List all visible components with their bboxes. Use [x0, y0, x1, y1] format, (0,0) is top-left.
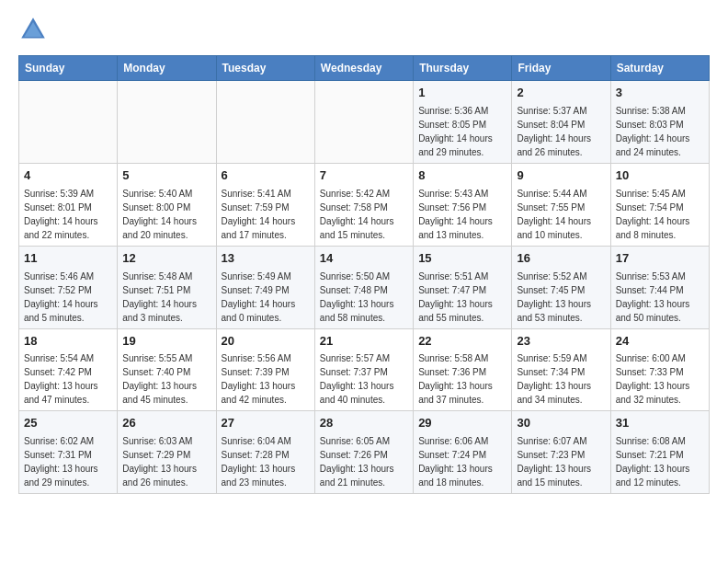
calendar-cell: 31Sunrise: 6:08 AM Sunset: 7:21 PM Dayli…	[610, 411, 709, 494]
calendar-cell: 26Sunrise: 6:03 AM Sunset: 7:29 PM Dayli…	[118, 411, 216, 494]
calendar-cell: 22Sunrise: 5:58 AM Sunset: 7:36 PM Dayli…	[414, 328, 512, 411]
calendar-cell: 8Sunrise: 5:43 AM Sunset: 7:56 PM Daylig…	[414, 163, 512, 246]
calendar-cell: 16Sunrise: 5:52 AM Sunset: 7:45 PM Dayli…	[512, 246, 610, 328]
day-info: Sunrise: 5:51 AM Sunset: 7:47 PM Dayligh…	[418, 270, 506, 325]
day-info: Sunrise: 5:49 AM Sunset: 7:49 PM Dayligh…	[222, 270, 310, 325]
calendar-cell: 19Sunrise: 5:55 AM Sunset: 7:40 PM Dayli…	[118, 328, 216, 411]
day-number: 25	[24, 415, 112, 432]
day-info: Sunrise: 5:44 AM Sunset: 7:55 PM Dayligh…	[517, 187, 605, 242]
logo	[18, 15, 51, 44]
day-info: Sunrise: 5:57 AM Sunset: 7:37 PM Dayligh…	[320, 351, 408, 407]
day-number: 16	[517, 250, 605, 268]
day-number: 30	[517, 415, 605, 432]
day-number: 20	[222, 333, 310, 350]
day-info: Sunrise: 5:43 AM Sunset: 7:56 PM Dayligh…	[418, 187, 506, 242]
calendar-cell: 12Sunrise: 5:48 AM Sunset: 7:51 PM Dayli…	[118, 246, 216, 328]
calendar-week-row: 25Sunrise: 6:02 AM Sunset: 7:31 PM Dayli…	[19, 411, 710, 494]
day-number: 8	[418, 167, 506, 185]
calendar-week-row: 11Sunrise: 5:46 AM Sunset: 7:52 PM Dayli…	[19, 246, 710, 328]
calendar-cell: 17Sunrise: 5:53 AM Sunset: 7:44 PM Dayli…	[610, 246, 709, 328]
day-info: Sunrise: 5:56 AM Sunset: 7:39 PM Dayligh…	[222, 351, 310, 407]
day-number: 15	[418, 250, 506, 268]
day-info: Sunrise: 6:00 AM Sunset: 7:33 PM Dayligh…	[616, 351, 704, 407]
day-info: Sunrise: 5:54 AM Sunset: 7:42 PM Dayligh…	[24, 351, 112, 407]
day-info: Sunrise: 5:45 AM Sunset: 7:54 PM Dayligh…	[616, 187, 704, 242]
calendar-cell: 25Sunrise: 6:02 AM Sunset: 7:31 PM Dayli…	[19, 411, 118, 494]
day-number: 19	[122, 333, 210, 350]
day-info: Sunrise: 5:48 AM Sunset: 7:51 PM Dayligh…	[122, 270, 210, 325]
calendar-cell	[19, 81, 118, 164]
calendar-cell: 11Sunrise: 5:46 AM Sunset: 7:52 PM Dayli…	[19, 246, 118, 328]
day-number: 22	[418, 333, 506, 350]
day-info: Sunrise: 6:03 AM Sunset: 7:29 PM Dayligh…	[122, 434, 210, 489]
day-number: 6	[222, 167, 310, 185]
calendar-table: SundayMondayTuesdayWednesdayThursdayFrid…	[18, 55, 710, 494]
day-info: Sunrise: 5:39 AM Sunset: 8:01 PM Dayligh…	[24, 187, 112, 242]
weekday-header: Wednesday	[314, 56, 413, 81]
calendar-cell: 14Sunrise: 5:50 AM Sunset: 7:48 PM Dayli…	[314, 246, 413, 328]
calendar-week-row: 4Sunrise: 5:39 AM Sunset: 8:01 PM Daylig…	[19, 163, 710, 246]
day-number: 14	[320, 250, 408, 268]
calendar-cell: 30Sunrise: 6:07 AM Sunset: 7:23 PM Dayli…	[512, 411, 610, 494]
day-number: 23	[517, 333, 605, 350]
day-info: Sunrise: 5:38 AM Sunset: 8:03 PM Dayligh…	[616, 104, 704, 159]
day-number: 26	[122, 415, 210, 432]
weekday-header-row: SundayMondayTuesdayWednesdayThursdayFrid…	[19, 56, 710, 81]
day-info: Sunrise: 5:40 AM Sunset: 8:00 PM Dayligh…	[122, 187, 210, 242]
weekday-header: Thursday	[414, 56, 512, 81]
day-info: Sunrise: 6:08 AM Sunset: 7:21 PM Dayligh…	[616, 434, 704, 489]
day-number: 21	[320, 333, 408, 350]
calendar-cell: 23Sunrise: 5:59 AM Sunset: 7:34 PM Dayli…	[512, 328, 610, 411]
day-number: 4	[24, 167, 112, 185]
calendar-cell: 24Sunrise: 6:00 AM Sunset: 7:33 PM Dayli…	[610, 328, 709, 411]
calendar-week-row: 18Sunrise: 5:54 AM Sunset: 7:42 PM Dayli…	[19, 328, 710, 411]
calendar-cell: 1Sunrise: 5:36 AM Sunset: 8:05 PM Daylig…	[414, 81, 512, 164]
calendar-cell: 7Sunrise: 5:42 AM Sunset: 7:58 PM Daylig…	[314, 163, 413, 246]
calendar-cell: 29Sunrise: 6:06 AM Sunset: 7:24 PM Dayli…	[414, 411, 512, 494]
day-number: 24	[616, 333, 704, 350]
day-info: Sunrise: 5:36 AM Sunset: 8:05 PM Dayligh…	[418, 104, 506, 159]
weekday-header: Sunday	[19, 56, 118, 81]
day-number: 18	[24, 333, 112, 350]
logo-icon	[18, 15, 48, 44]
calendar-cell: 9Sunrise: 5:44 AM Sunset: 7:55 PM Daylig…	[512, 163, 610, 246]
day-number: 27	[222, 415, 310, 432]
calendar-cell: 5Sunrise: 5:40 AM Sunset: 8:00 PM Daylig…	[118, 163, 216, 246]
weekday-header: Tuesday	[216, 56, 314, 81]
day-info: Sunrise: 5:53 AM Sunset: 7:44 PM Dayligh…	[616, 270, 704, 325]
page-header	[18, 15, 710, 44]
day-info: Sunrise: 5:46 AM Sunset: 7:52 PM Dayligh…	[24, 270, 112, 325]
calendar-cell: 28Sunrise: 6:05 AM Sunset: 7:26 PM Dayli…	[314, 411, 413, 494]
day-number: 5	[122, 167, 210, 185]
calendar-cell: 21Sunrise: 5:57 AM Sunset: 7:37 PM Dayli…	[314, 328, 413, 411]
calendar-cell	[118, 81, 216, 164]
day-info: Sunrise: 5:37 AM Sunset: 8:04 PM Dayligh…	[517, 104, 605, 159]
day-number: 1	[418, 85, 506, 102]
day-number: 28	[320, 415, 408, 432]
day-info: Sunrise: 5:52 AM Sunset: 7:45 PM Dayligh…	[517, 270, 605, 325]
calendar-cell: 27Sunrise: 6:04 AM Sunset: 7:28 PM Dayli…	[216, 411, 314, 494]
calendar-cell: 3Sunrise: 5:38 AM Sunset: 8:03 PM Daylig…	[610, 81, 709, 164]
day-info: Sunrise: 5:55 AM Sunset: 7:40 PM Dayligh…	[122, 351, 210, 407]
day-number: 3	[616, 85, 704, 102]
weekday-header: Friday	[512, 56, 610, 81]
day-number: 7	[320, 167, 408, 185]
calendar-week-row: 1Sunrise: 5:36 AM Sunset: 8:05 PM Daylig…	[19, 81, 710, 164]
day-number: 11	[24, 250, 112, 268]
day-info: Sunrise: 5:50 AM Sunset: 7:48 PM Dayligh…	[320, 270, 408, 325]
day-number: 2	[517, 85, 605, 102]
weekday-header: Saturday	[610, 56, 709, 81]
day-number: 9	[517, 167, 605, 185]
calendar-cell: 10Sunrise: 5:45 AM Sunset: 7:54 PM Dayli…	[610, 163, 709, 246]
calendar-cell: 15Sunrise: 5:51 AM Sunset: 7:47 PM Dayli…	[414, 246, 512, 328]
day-info: Sunrise: 5:41 AM Sunset: 7:59 PM Dayligh…	[222, 187, 310, 242]
calendar-cell	[314, 81, 413, 164]
day-info: Sunrise: 5:59 AM Sunset: 7:34 PM Dayligh…	[517, 351, 605, 407]
calendar-cell	[216, 81, 314, 164]
day-info: Sunrise: 5:42 AM Sunset: 7:58 PM Dayligh…	[320, 187, 408, 242]
calendar-cell: 13Sunrise: 5:49 AM Sunset: 7:49 PM Dayli…	[216, 246, 314, 328]
day-info: Sunrise: 6:07 AM Sunset: 7:23 PM Dayligh…	[517, 434, 605, 489]
day-number: 10	[616, 167, 704, 185]
day-info: Sunrise: 6:06 AM Sunset: 7:24 PM Dayligh…	[418, 434, 506, 489]
weekday-header: Monday	[118, 56, 216, 81]
